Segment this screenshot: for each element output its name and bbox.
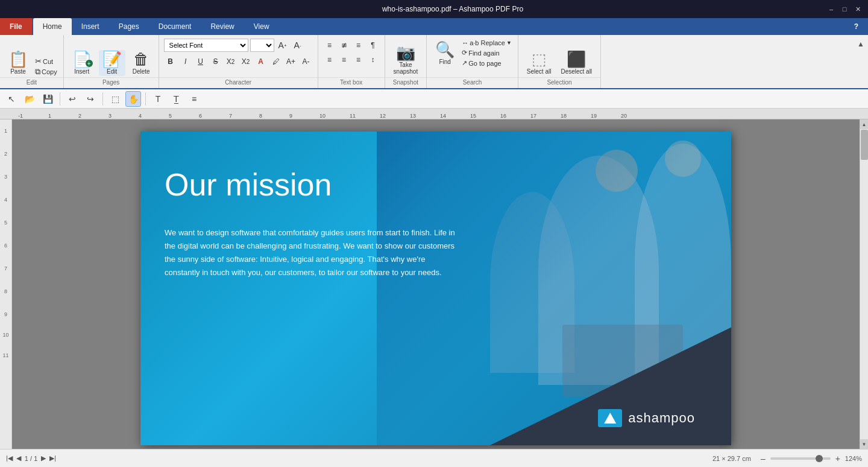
- tab-pages[interactable]: Pages: [109, 18, 149, 35]
- tab-file[interactable]: File: [0, 18, 32, 35]
- text-tool-button[interactable]: T: [150, 91, 166, 107]
- edit-group-label: Edit: [0, 77, 63, 88]
- scroll-down-button[interactable]: ▼: [860, 439, 869, 449]
- find-again-icon: ⟳: [462, 49, 467, 57]
- redo-button[interactable]: ↪: [83, 91, 98, 107]
- font-size-select[interactable]: [250, 39, 274, 52]
- pdf-mission-title: Our mission: [165, 168, 460, 202]
- zoom-level: 124%: [845, 455, 862, 462]
- textbox-group: ≡ ≢ ≡ ¶ ≡ ≡ ≡ ↕ Text box: [318, 35, 385, 88]
- minimize-button[interactable]: –: [827, 5, 835, 13]
- ashampoo-brand-name: ashampoo: [628, 410, 695, 426]
- scroll-thumb[interactable]: [861, 130, 868, 160]
- insert-page-button[interactable]: 📄 + Insert: [69, 50, 95, 76]
- tab-view[interactable]: View: [244, 18, 279, 35]
- deselect-all-icon: ⬛: [567, 51, 586, 67]
- align-center2-button[interactable]: ≡: [338, 53, 351, 66]
- type-tool-button[interactable]: T̲: [168, 91, 184, 107]
- take-snapshot-button[interactable]: 📷 Takesnapshot: [390, 43, 422, 76]
- underline-button[interactable]: U: [194, 55, 207, 68]
- deselect-all-label: Deselect all: [561, 68, 592, 75]
- ribbon: 📋 Paste ✂ Cut ⧉ Copy Edit: [0, 35, 868, 89]
- maximize-button[interactable]: □: [840, 5, 849, 13]
- character-group: Select Font A+ A- B I U S X2 X2 A 🖊: [159, 35, 318, 88]
- tab-review[interactable]: Review: [201, 18, 244, 35]
- replace-icon: ↔: [462, 39, 468, 46]
- highlight-button[interactable]: 🖊: [269, 55, 283, 68]
- textbox-group-label: Text box: [318, 77, 385, 88]
- font-size-down2-button[interactable]: A-: [300, 55, 313, 68]
- pdf-text-content: Our mission We want to design software t…: [165, 168, 460, 280]
- pdf-viewport[interactable]: Our mission We want to design software t…: [12, 119, 860, 449]
- line-spacing-button[interactable]: ↕: [366, 53, 380, 66]
- go-last-page-button[interactable]: ▶|: [49, 454, 56, 462]
- undo-button[interactable]: ↩: [64, 91, 80, 107]
- insert-label: Insert: [74, 68, 89, 75]
- replace-dropdown-icon[interactable]: ▼: [506, 40, 512, 46]
- replace-button[interactable]: ↔ a·b Replace ▼: [461, 39, 513, 47]
- zoom-slider[interactable]: [770, 457, 831, 460]
- find-again-button[interactable]: ⟳ Find again: [461, 48, 513, 57]
- search-group-label: Search: [427, 77, 518, 88]
- tab-document[interactable]: Document: [149, 18, 201, 35]
- paste-button[interactable]: 📋 Paste: [5, 50, 31, 76]
- pdf-page: Our mission We want to design software t…: [140, 132, 731, 445]
- subscript-button[interactable]: X2: [224, 55, 237, 68]
- hand-tool-button[interactable]: ✋: [125, 91, 141, 107]
- font-size-up2-button[interactable]: A+: [285, 55, 298, 68]
- edit-group: 📋 Paste ✂ Cut ⧉ Copy Edit: [0, 35, 64, 88]
- strikethrough-button[interactable]: S: [209, 55, 222, 68]
- font-select[interactable]: Select Font: [164, 39, 248, 52]
- zoom-slider-thumb[interactable]: [816, 455, 823, 462]
- save-file-button[interactable]: 💾: [40, 91, 55, 107]
- find-icon: 🔍: [435, 42, 454, 57]
- find-button[interactable]: 🔍 Find: [432, 40, 458, 66]
- align-right2-button[interactable]: ≡: [352, 53, 365, 66]
- more-tool-button[interactable]: ≡: [186, 91, 202, 107]
- increase-font-button[interactable]: A+: [276, 39, 289, 52]
- window-controls: – □ ✕: [827, 5, 862, 13]
- align-center-button[interactable]: ≢: [338, 39, 351, 52]
- align-right-button[interactable]: ≡: [352, 39, 365, 52]
- tab-home[interactable]: Home: [33, 18, 72, 35]
- copy-button[interactable]: ⧉ Copy: [34, 67, 58, 76]
- selection-group: ⬚ Select all ⬛ Deselect all Selection: [518, 35, 601, 88]
- align-left-button[interactable]: ≡: [323, 39, 336, 52]
- vertical-scrollbar[interactable]: ▲ ▼: [860, 119, 868, 449]
- help-button[interactable]: ?: [844, 18, 868, 35]
- search-group: 🔍 Find ↔ a·b Replace ▼ ⟳ Find again: [427, 35, 518, 88]
- edit-page-button[interactable]: 📝 Edit: [99, 50, 125, 76]
- collapse-ribbon-button[interactable]: ▲: [854, 35, 868, 53]
- decrease-font-button[interactable]: A-: [291, 39, 304, 52]
- deselect-all-button[interactable]: ⬛ Deselect all: [557, 50, 596, 76]
- go-prev-page-button[interactable]: ◀: [16, 454, 21, 462]
- italic-button[interactable]: I: [179, 55, 192, 68]
- go-first-page-button[interactable]: |◀: [6, 454, 13, 462]
- cut-button[interactable]: ✂ Cut: [34, 57, 58, 66]
- page-dimensions: 21 × 29.7 cm: [712, 455, 751, 462]
- select-all-button[interactable]: ⬚ Select all: [523, 50, 555, 76]
- font-color-button[interactable]: A: [254, 55, 268, 68]
- open-file-button[interactable]: 📂: [22, 91, 37, 107]
- align-left2-button[interactable]: ≡: [323, 53, 336, 66]
- delete-page-icon: 🗑: [133, 50, 149, 68]
- paragraph-button[interactable]: ¶: [366, 39, 380, 52]
- cursor-tool-button[interactable]: ↖: [4, 91, 19, 107]
- bold-button[interactable]: B: [164, 55, 177, 68]
- zoom-plus-button[interactable]: +: [835, 454, 840, 463]
- scroll-up-button[interactable]: ▲: [860, 119, 869, 129]
- tab-insert[interactable]: Insert: [72, 18, 109, 35]
- go-to-page-button[interactable]: ↗ Go to page: [461, 59, 513, 68]
- scroll-track: [860, 129, 869, 439]
- zoom-minus-button[interactable]: –: [761, 454, 766, 463]
- close-button[interactable]: ✕: [854, 5, 862, 13]
- insert-plus-badge: +: [86, 60, 93, 67]
- delete-page-button[interactable]: 🗑 Delete: [129, 50, 154, 76]
- toolbar-separator-2: [102, 92, 103, 106]
- pdf-mission-body: We want to design software that comforta…: [165, 226, 460, 279]
- superscript-button[interactable]: X2: [239, 55, 253, 68]
- select-tool-button[interactable]: ⬚: [107, 91, 123, 107]
- toolbar-separator-1: [60, 92, 60, 106]
- snapshot-label: Takesnapshot: [394, 62, 418, 75]
- go-next-page-button[interactable]: ▶: [41, 454, 46, 462]
